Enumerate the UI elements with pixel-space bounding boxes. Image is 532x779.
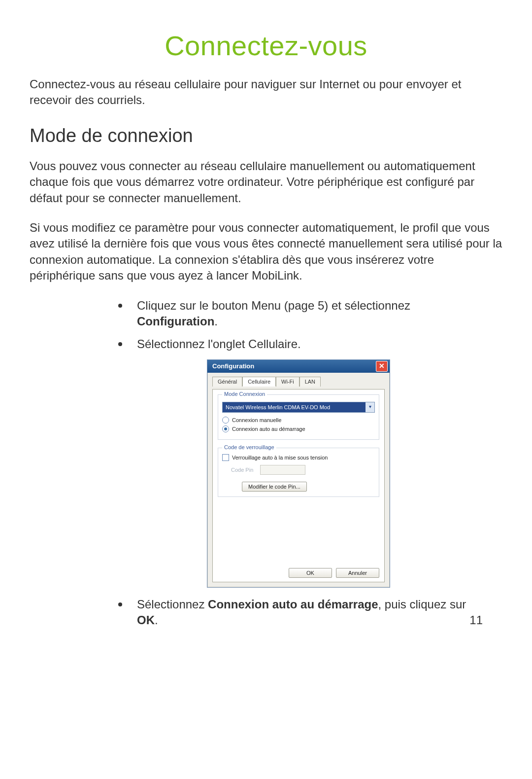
bullet-3-mid: , puis cliquez sur [378,598,466,611]
legend-mode-connexion: Mode Connexion [222,391,267,397]
page-title: Connectez-vous [30,30,502,62]
bullet-2-text: Sélectionnez l'onglet Cellulaire. [137,336,483,352]
tab-panel-cellulaire: Mode Connexion Novatel Wireless Merlin C… [212,389,385,582]
section-heading: Mode de connexion [30,125,502,146]
body-paragraph-2: Si vous modifiez ce paramètre pour vous … [30,220,502,284]
radio-auto[interactable]: Connexion auto au démarrage [222,425,375,432]
body-paragraph-1: Vous pouvez vous connecter au réseau cel… [30,158,502,206]
tab-general[interactable]: Général [212,377,242,387]
pin-input[interactable] [260,465,305,475]
bullet-icon [118,342,122,346]
dialog-titlebar: Configuration ✕ [207,360,390,373]
radio-manual-label: Connexion manuelle [232,417,281,423]
page-number: 11 [469,612,483,628]
document-page: Connectez-vous Connectez-vous au réseau … [0,0,532,779]
legend-code-verrouillage: Code de verrouillage [222,444,276,450]
dialog-tabs: Général Cellulaire Wi-Fi LAN [212,377,385,387]
radio-icon [222,417,229,424]
fieldset-code-verrouillage: Code de verrouillage Verrouillage auto à… [218,448,379,497]
bullet-item-3: Sélectionnez Connexion auto au démarrage… [118,597,483,629]
close-button[interactable]: ✕ [376,361,388,372]
tab-cellulaire[interactable]: Cellulaire [242,377,276,387]
modify-pin-button[interactable]: Modifier le code Pin... [242,482,307,492]
configuration-dialog: Configuration ✕ Général Cellulaire Wi-Fi… [207,359,390,588]
bullet-icon [118,602,122,606]
intro-paragraph: Connectez-vous au réseau cellulaire pour… [30,76,502,108]
dialog-footer: OK Annuler [289,568,379,578]
bullet-3-pre: Sélectionnez [137,598,208,611]
radio-auto-label: Connexion auto au démarrage [232,426,305,432]
radio-icon [222,425,229,432]
dropdown-value: Novatel Wireless Merlin CDMA EV-DO Mod [223,402,366,412]
tab-lan[interactable]: LAN [299,377,321,387]
pin-row: Code Pin [231,465,375,475]
bullet-1-bold: Configuration [137,315,214,328]
bullet-3-bold-2: OK [137,613,155,627]
bullet-3-bold-1: Connexion auto au démarrage [208,598,378,611]
fieldset-mode-connexion: Mode Connexion Novatel Wireless Merlin C… [218,394,379,440]
tab-wifi[interactable]: Wi-Fi [276,377,299,387]
radio-manual[interactable]: Connexion manuelle [222,417,375,424]
ok-button[interactable]: OK [289,568,332,578]
bullet-item-2: Sélectionnez l'onglet Cellulaire. [118,336,483,352]
bullet-3-post: . [155,613,158,627]
dialog-title: Configuration [212,362,254,370]
bullet-1-text-post: . [214,315,218,328]
cancel-button[interactable]: Annuler [336,568,379,578]
checkbox-autolock[interactable]: Verrouillage auto à la mise sous tension [222,454,375,461]
bullet-1-text-pre: Cliquez sur le bouton Menu (page 5) et s… [137,299,410,312]
dialog-screenshot: Configuration ✕ Général Cellulaire Wi-Fi… [207,359,483,588]
bullet-item-1: Cliquez sur le bouton Menu (page 5) et s… [118,298,483,330]
chevron-down-icon: ▾ [366,402,374,412]
checkbox-autolock-label: Verrouillage auto à la mise sous tension [232,455,328,460]
bullet-icon [118,304,122,308]
bullet-list: Cliquez sur le bouton Menu (page 5) et s… [118,298,483,629]
device-dropdown[interactable]: Novatel Wireless Merlin CDMA EV-DO Mod ▾ [222,402,375,413]
checkbox-icon [222,454,229,461]
pin-label: Code Pin [231,467,253,473]
